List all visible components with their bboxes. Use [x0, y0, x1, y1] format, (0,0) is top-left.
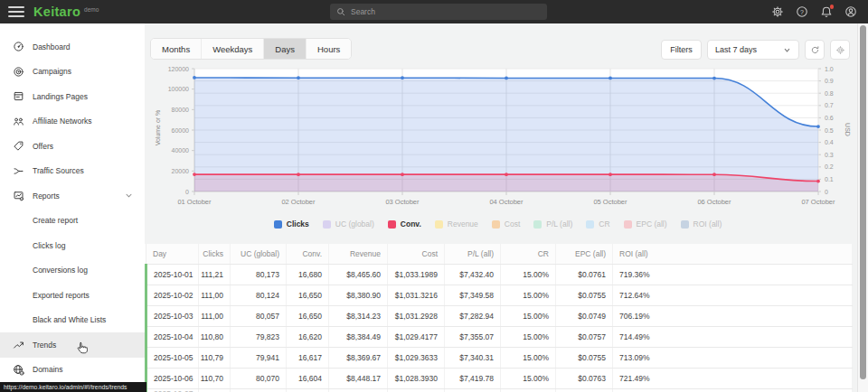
column-header-p-l-all[interactable]: P/L (all): [445, 244, 501, 264]
sidebar-item-label: Exported reports: [33, 291, 90, 300]
help-icon[interactable]: ?: [796, 5, 808, 18]
cell-clicks: 110,79: [199, 347, 231, 368]
filters-button[interactable]: Filters: [661, 40, 702, 60]
cell-conv: [287, 388, 329, 392]
column-header-roi-all[interactable]: ROI (all): [613, 244, 853, 264]
sidebar-item-campaigns[interactable]: Campaigns: [0, 60, 145, 85]
column-header-uc-global[interactable]: UC (global): [231, 244, 287, 264]
legend-item-roi-all[interactable]: ROI (all): [681, 219, 722, 229]
cell-day: 2025-10-05: [146, 347, 199, 368]
gear-icon: [835, 45, 845, 55]
sidebar-item-label: Campaigns: [33, 67, 71, 76]
cell-roi-all: 706.19%: [613, 305, 853, 326]
cell-clicks: 110,80: [199, 326, 231, 347]
notification-dot: [830, 5, 835, 9]
legend-item-epc-all[interactable]: EPC (all): [624, 219, 667, 229]
tab-days[interactable]: Days: [264, 39, 307, 59]
period-tabs: MonthsWeekdaysDaysHours: [150, 38, 352, 60]
column-header-day[interactable]: Day: [146, 244, 199, 264]
cell-revenue: $8,369.67: [329, 347, 388, 368]
sidebar-item-trends[interactable]: Trends: [0, 332, 145, 358]
svg-text:06 October: 06 October: [697, 198, 731, 206]
legend-item-p-l-all[interactable]: P/L (all): [533, 219, 572, 229]
tab-months[interactable]: Months: [151, 39, 202, 59]
sidebar-item-affiliate-networks[interactable]: Affiliate Networks: [0, 109, 145, 135]
sidebar-item-create-report[interactable]: Create report: [0, 209, 145, 234]
column-header-clicks[interactable]: Clicks: [199, 244, 231, 264]
search-input[interactable]: [351, 7, 532, 16]
column-header-cr[interactable]: CR: [501, 244, 556, 264]
notifications-bell-icon[interactable]: [820, 5, 833, 18]
sidebar-item-label: Affiliate Networks: [33, 117, 92, 126]
cell-epc-all: $0.0757: [556, 326, 613, 347]
cell-clicks: 111,00: [199, 285, 231, 305]
topbar-icons: ?: [771, 0, 857, 23]
table-row-partial: 2025-10-07: [146, 388, 853, 392]
trends-chart: 00.10.20.30.40.50.60.70.80.91.001 Octobe…: [145, 63, 851, 211]
tab-hours[interactable]: Hours: [307, 39, 351, 59]
legend-item-conv[interactable]: Conv.: [388, 219, 421, 229]
cell-p-l-all: [445, 388, 501, 392]
column-header-cost[interactable]: Cost: [388, 244, 445, 264]
cell-roi-all: 721.49%: [613, 368, 853, 388]
sidebar-item-traffic-sources[interactable]: Traffic Sources: [0, 159, 145, 184]
legend-swatch: [533, 220, 542, 229]
column-header-revenue[interactable]: Revenue: [329, 244, 388, 264]
date-range-select[interactable]: Last 7 days: [707, 40, 799, 60]
settings-gear-icon[interactable]: [771, 5, 784, 18]
cell-roi-all: 713.09%: [613, 347, 853, 368]
svg-text:0.2: 0.2: [825, 163, 834, 170]
sidebar-item-clicks-log[interactable]: Clicks log: [0, 233, 145, 258]
sidebar-item-dashboard[interactable]: Dashboard: [0, 34, 145, 60]
tab-weekdays[interactable]: Weekdays: [202, 39, 264, 59]
svg-text:?: ?: [800, 9, 804, 15]
legend-swatch: [274, 220, 282, 229]
legend-item-uc-global[interactable]: UC (global): [323, 219, 374, 229]
column-header-epc-all[interactable]: EPC (all): [556, 244, 613, 264]
refresh-button[interactable]: [805, 40, 825, 60]
legend-item-clicks[interactable]: Clicks: [274, 219, 309, 229]
sidebar-item-offers[interactable]: Offers: [0, 134, 145, 159]
cell-conv: 16,650: [287, 305, 329, 326]
sidebar-item-conversions-log[interactable]: Conversions log: [0, 258, 145, 284]
sidebar-item-landings-pages[interactable]: Landings Pages: [0, 84, 145, 109]
svg-text:40000: 40000: [172, 147, 190, 154]
column-header-conv[interactable]: Conv.: [287, 244, 329, 264]
legend-item-cr[interactable]: CR: [586, 219, 609, 229]
hamburger-menu-icon[interactable]: [8, 6, 24, 17]
scrollbar-thumb[interactable]: [860, 25, 866, 379]
cell-p-l-all: $7,349.58: [445, 285, 501, 305]
cell-cost: $1,033.1989: [388, 264, 445, 285]
sidebar-item-domains[interactable]: Domains: [0, 358, 145, 383]
cell-conv: 16,620: [287, 326, 329, 347]
cell-epc-all: $0.0755: [556, 285, 613, 305]
cell-day: 2025-10-06: [146, 368, 199, 388]
cell-conv: 16,617: [287, 347, 329, 368]
sidebar-item-label: Reports: [33, 191, 60, 201]
account-avatar-icon[interactable]: [844, 5, 857, 18]
cell-cr: 15.00%: [501, 285, 556, 305]
sidebar-item-exported-reports[interactable]: Exported reports: [0, 283, 145, 308]
cell-uc-global: 80,124: [231, 285, 287, 305]
topbar: Keitaro demo ?: [0, 0, 868, 23]
reports-icon: [13, 190, 24, 201]
dashboard-icon: [13, 41, 24, 52]
right-axis-title: USD: [844, 94, 851, 166]
cell-epc-all: $0.0763: [556, 368, 613, 388]
affiliate-icon: [13, 116, 24, 127]
legend-label: EPC (all): [637, 219, 667, 229]
cell-day: 2025-10-02: [146, 285, 199, 305]
cell-revenue: [329, 388, 388, 392]
cell-uc-global: 80,057: [231, 305, 287, 326]
cell-roi-all: [613, 388, 853, 392]
cell-revenue: $8,465.60: [329, 264, 388, 285]
svg-text:0.7: 0.7: [825, 102, 834, 108]
sidebar-item-label: Traffic Sources: [33, 166, 84, 175]
chart-settings-button[interactable]: [830, 40, 850, 60]
search-box[interactable]: [330, 4, 547, 20]
sidebar-item-black-and-white-lists[interactable]: Black and White Lists: [0, 308, 145, 333]
legend-item-revenue[interactable]: Revenue: [435, 219, 478, 229]
legend-label: ROI (all): [693, 219, 722, 229]
legend-item-cost[interactable]: Cost: [492, 219, 520, 229]
sidebar-item-reports[interactable]: Reports: [0, 183, 145, 209]
